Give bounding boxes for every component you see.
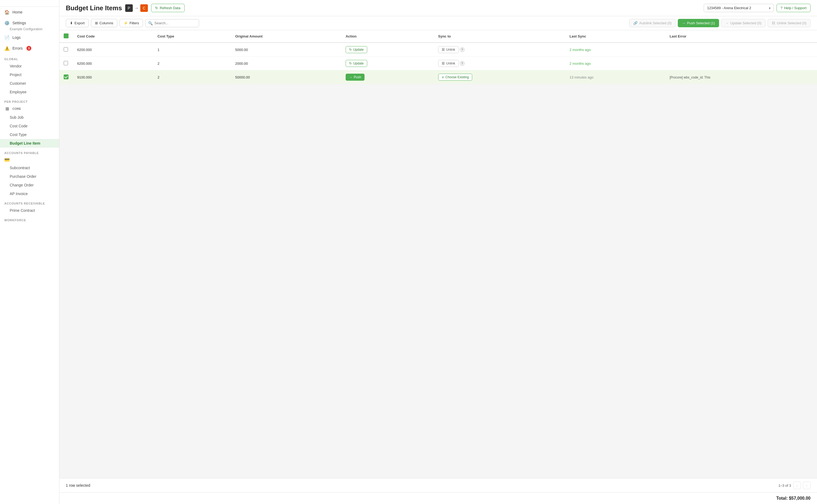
filters-label: Filters (130, 21, 139, 25)
logs-icon: 📄 (4, 35, 10, 40)
th-original-amount: Original Amount (231, 30, 341, 43)
help-label: Help / Support (784, 6, 806, 10)
page-title: Budget Line Items (66, 4, 122, 12)
row1-last-sync: 2 months ago (565, 43, 665, 57)
row3-checkbox[interactable] (64, 74, 69, 79)
row1-help-icon[interactable]: ? (460, 47, 465, 52)
autolink-button[interactable]: 🔗 Autolink Selected (0) (629, 19, 676, 27)
pagination-label: 1–3 of 3 (778, 483, 791, 488)
th-checkbox (59, 30, 73, 43)
th-cost-code: Cost Code (73, 30, 153, 43)
errors-icon: ⚠️ (4, 46, 10, 51)
sidebar-item-customer[interactable]: Customer (0, 79, 59, 88)
export-button[interactable]: ⬇ Export (66, 19, 89, 27)
row2-update-button[interactable]: ↻ Update (346, 60, 367, 67)
prev-page-button[interactable]: ‹ (793, 482, 801, 489)
ap-icon: 💳 (4, 157, 10, 162)
arrow-right-icon: → (134, 6, 139, 11)
title-icons: P → C (125, 4, 148, 12)
table-body: 6200.000 1 5000.00 ↻ Update ⛓ (59, 43, 817, 84)
sidebar-item-settings[interactable]: ⚙️ Settings (0, 18, 59, 28)
sidebar-item-prime-contract[interactable]: Prime Contract (0, 206, 59, 215)
sidebar-item-home[interactable]: 🏠 Home (0, 7, 59, 18)
main-header: Budget Line Items P → C ↻ Refresh Data 1… (59, 0, 817, 16)
rows-selected-label: 1 row selected (66, 483, 90, 488)
columns-button[interactable]: ⊞ Columns (91, 19, 117, 27)
autolink-icon: 🔗 (633, 21, 638, 25)
accounts-payable-section-label: ACCOUNTS PAYABLE (0, 148, 59, 156)
sidebar-logs-label: Logs (12, 35, 21, 40)
sidebar-item-cost-code[interactable]: Cost Code (0, 122, 59, 130)
procore-icon: P (125, 4, 133, 12)
th-cost-type: Cost Type (153, 30, 231, 43)
sidebar-item-budget-line-item[interactable]: Budget Line Item (0, 139, 59, 148)
row3-last-error: [Procore] wbs_code_id: This (665, 70, 817, 84)
project-select-wrapper: 1234589 - Arena Electrical 2 (704, 4, 774, 12)
sidebar-item-subcontract[interactable]: Subcontract (0, 164, 59, 172)
sidebar-item-cost-type[interactable]: Cost Type (0, 130, 59, 139)
sidebar-item-sub-job[interactable]: Sub Job (0, 113, 59, 122)
row1-action-cell: ↻ Update (341, 43, 434, 57)
push-selected-button[interactable]: → Push Selected (1) (678, 19, 719, 27)
row1-unlink-button[interactable]: ⛓ Unlink (438, 46, 459, 53)
row1-update-button[interactable]: ↻ Update (346, 46, 367, 53)
row2-checkbox-cell (59, 57, 73, 70)
row3-push-icon: → (349, 75, 352, 79)
row1-cost-type: 1 (153, 43, 231, 57)
row3-action-cell: → Push (341, 70, 434, 84)
sidebar-item-change-order[interactable]: Change Order (0, 181, 59, 189)
sidebar-item-project[interactable]: Project (0, 70, 59, 79)
home-icon: 🏠 (4, 9, 10, 15)
filters-icon: ⚡ (124, 21, 128, 25)
select-all-indicator[interactable] (64, 33, 69, 38)
help-button[interactable]: ? Help / Support (777, 4, 811, 12)
row3-sync-to-cell: ∨ Choose Existing (434, 70, 565, 84)
row3-choose-existing-button[interactable]: ∨ Choose Existing (438, 74, 472, 81)
row1-cost-code: 6200.000 (73, 43, 153, 57)
unlink-selected-button[interactable]: ⛓ Unlink Selected (0) (768, 19, 811, 27)
row1-last-error (665, 43, 817, 57)
sidebar-item-employee[interactable]: Employee (0, 88, 59, 96)
core-icon: ⊞ (4, 106, 10, 111)
pagination: 1–3 of 3 ‹ › (778, 482, 811, 489)
sidebar: 🏠 Home ⚙️ Settings Example Configuration… (0, 0, 59, 504)
filters-button[interactable]: ⚡ Filters (120, 19, 143, 27)
table-area: Cost Code Cost Type Original Amount Acti… (59, 30, 817, 478)
row1-sync-to-cell: ⛓ Unlink ? (434, 43, 565, 57)
push-selected-label: Push Selected (1) (687, 21, 715, 25)
row2-sync-to-cell: ⛓ Unlink ? (434, 57, 565, 70)
row1-checkbox[interactable] (64, 47, 68, 52)
main-content: Budget Line Items P → C ↻ Refresh Data 1… (59, 0, 817, 504)
data-table-wrapper: Cost Code Cost Type Original Amount Acti… (59, 30, 817, 84)
unlink-selected-label: Unlink Selected (0) (777, 21, 806, 25)
next-page-button[interactable]: › (803, 482, 811, 489)
table-row: 6200.000 1 5000.00 ↻ Update ⛓ (59, 43, 817, 57)
push-icon: → (682, 21, 685, 25)
row1-unlink-icon: ⛓ (442, 48, 445, 52)
errors-badge: 3 (26, 46, 31, 51)
sidebar-home-label: Home (12, 10, 22, 14)
search-input[interactable] (154, 21, 192, 25)
update-selected-button[interactable]: → Update Selected (0) (721, 19, 766, 27)
sidebar-item-vendor[interactable]: Vendor (0, 62, 59, 70)
row2-original-amount: 2000.00 (231, 57, 341, 70)
sidebar-settings-sub: Example Configuration (0, 27, 59, 31)
sidebar-item-purchase-order[interactable]: Purchase Order (0, 172, 59, 181)
refresh-button[interactable]: ↻ Refresh Data (151, 4, 185, 12)
sidebar-item-logs[interactable]: 📄 Logs (0, 32, 59, 43)
footer-total: Total: $57,000.00 (59, 492, 817, 504)
row2-checkbox[interactable] (64, 61, 68, 65)
row3-push-button[interactable]: → Push (346, 74, 365, 81)
row2-help-icon[interactable]: ? (460, 61, 465, 66)
update-icon: → (725, 21, 729, 25)
sidebar-item-ap-invoice[interactable]: AP Invoice (0, 189, 59, 198)
help-icon: ? (781, 6, 782, 10)
search-wrap: 🔍 (145, 19, 199, 27)
refresh-label: Refresh Data (160, 6, 181, 10)
row3-checkbox-cell (59, 70, 73, 84)
row2-unlink-button[interactable]: ⛓ Unlink (438, 60, 459, 67)
sidebar-item-errors[interactable]: ⚠️ Errors 3 (0, 43, 59, 54)
row2-last-sync: 2 months ago (565, 57, 665, 70)
project-select[interactable]: 1234589 - Arena Electrical 2 (704, 4, 774, 12)
row3-choose-icon: ∨ (442, 75, 444, 79)
